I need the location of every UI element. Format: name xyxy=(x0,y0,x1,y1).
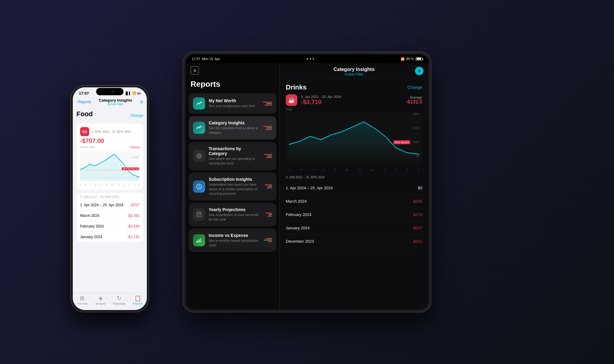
y-label-0: $0 xyxy=(416,155,419,158)
x-label-8: 8 xyxy=(323,169,324,171)
iphone-section-title: Food xyxy=(76,110,93,118)
sidebar-item-category-insights[interactable]: Category Insights See the complete histo… xyxy=(189,116,276,140)
sidebar-item-yearly-projections[interactable]: Yearly Projections See a prediction of y… xyxy=(189,203,276,226)
iphone-x-6: 6 xyxy=(85,184,86,186)
iphone-avg-tag: AVG: $1,251.29 xyxy=(122,167,139,170)
status-dot-1 xyxy=(307,58,308,59)
iphone-tab-reports[interactable]: 📋 Reports xyxy=(128,295,147,305)
x-label-1: 1 xyxy=(384,169,385,171)
battery-percent: 89 % xyxy=(406,57,414,61)
average-value: -$132.5 xyxy=(406,99,422,105)
iphone-back-button[interactable]: ‹ Reports xyxy=(76,100,91,104)
back-label: Reports xyxy=(78,100,91,104)
ipad-time: 17:07 Mon 15. Apr xyxy=(192,57,220,61)
history-item-4: January 2024 -$227 xyxy=(286,221,422,235)
category-insights-icon xyxy=(193,122,205,134)
iphone-history-item-4: January 2024 -$1,141 xyxy=(76,232,143,242)
back-chevron-icon: ‹ xyxy=(76,100,78,104)
iphone-hist-label-1: 1. Apr 2024 – 25. Apr 2024 xyxy=(80,203,123,207)
iphone-tab-overview[interactable]: ⊞ Overview xyxy=(73,295,91,305)
bar-red-4 xyxy=(265,129,272,130)
y-label-300: $300 xyxy=(413,112,419,115)
scene: 17:07 Mon 15. Apr 📶 89 % xyxy=(95,46,519,318)
avg-line-label: AVG: $132.5 xyxy=(393,140,410,144)
history-item-1: 1. Apr 2024 – 25. Apr 2024 $0 xyxy=(286,181,422,195)
sidebar-item-income-vs-expense[interactable]: Income vs Expense See a monthly based co… xyxy=(189,229,276,252)
iphone-tab-repeating[interactable]: ↻ Repeating xyxy=(110,295,128,305)
iphone-food-card: 🍽 1. APR 2024 – 25. APR 2024 -$707.00 Pe… xyxy=(76,123,143,190)
bar-red-10 xyxy=(267,216,272,217)
y-label-200: $200 xyxy=(413,126,419,130)
iphone-card-date-wrap: 1. APR 2024 – 25. APR 2024 xyxy=(92,130,131,133)
chart-y-labels: $300 $200 $100 $0 xyxy=(413,112,419,158)
svg-rect-13 xyxy=(198,239,200,243)
iphone-tab-budgets[interactable]: ◈ Budgets xyxy=(91,295,110,305)
iphone-card-amount: -$707.00 xyxy=(80,137,140,144)
sidebar-item-subscription-insights[interactable]: i Subscription Insights Understand how m… xyxy=(189,173,276,201)
yearly-projections-title: Yearly Projections xyxy=(209,207,262,212)
svg-text:$2,000: $2,000 xyxy=(133,156,138,159)
iphone-hist-label-4: January 2024 xyxy=(80,235,102,239)
transactions-desc: See where are you spending or earning th… xyxy=(209,157,261,166)
iphone-change-button[interactable]: Change xyxy=(130,113,143,118)
history-period-4: January 2024 xyxy=(286,226,310,230)
iphone-hist-val-3: -$2,540 xyxy=(127,224,140,228)
drinks-summary: ☕ 3. Jan 2022 – 25. Apr 2024 -$3,710 Ave… xyxy=(286,94,422,106)
overview-tab-icon: ⊞ xyxy=(80,295,84,302)
iphone-hist-val-1: -$707 xyxy=(130,203,140,207)
sidebar-item-transactions-by-category[interactable]: Transactions by Category See where are y… xyxy=(189,142,276,170)
bar-green-2 xyxy=(267,127,272,128)
transactions-icon xyxy=(193,150,205,162)
income-vs-expense-desc: See a monthly based comparison chart xyxy=(209,238,260,248)
iphone-history-item-1: 1. Apr 2024 – 25. Apr 2024 -$707 xyxy=(76,200,143,211)
x-label-10: 10 xyxy=(346,169,348,171)
bar-red-3 xyxy=(264,126,272,127)
panel-toggle-icon[interactable]: ⊞ xyxy=(191,66,199,75)
transactions-bars xyxy=(264,154,272,158)
main-body: Drinks Change ☕ 3. Jan 2022 – 25. Apr 20… xyxy=(280,79,428,309)
history-period-2: March 2024 xyxy=(286,199,307,204)
iphone-hist-label-3: February 2024 xyxy=(80,224,104,228)
history-amount-4: -$227 xyxy=(412,226,422,230)
ipad-content: ⊞ Reports My Net Worth See your progress… xyxy=(186,63,428,309)
iphone-nav-filter-button[interactable]: ≡ xyxy=(140,99,143,105)
average-label: Average xyxy=(406,96,422,99)
income-vs-expense-text: Income vs Expense See a monthly based co… xyxy=(209,233,260,248)
my-net-worth-text: My Net Worth See your progression over t… xyxy=(209,98,259,108)
ipad-status-center xyxy=(307,58,314,59)
iphone-x-3: 3 xyxy=(133,184,135,186)
iphone-cancel-button[interactable]: Cancel xyxy=(130,146,140,149)
sidebar-item-my-net-worth[interactable]: My Net Worth See your progression over t… xyxy=(189,93,276,114)
main-chart-area: $300 $200 $100 $0 AVG: $132.5 xyxy=(286,112,422,164)
iphone-history-period: 3. JAN 2022 – 25. APR 2024 xyxy=(76,193,143,200)
iphone-body: Food Change 🍽 1. APR 2024 – 25. APR 2024… xyxy=(73,108,147,293)
svg-rect-6 xyxy=(197,212,201,217)
yearly-projections-text: Yearly Projections See a prediction of y… xyxy=(209,207,262,222)
overview-tab-label: Overview xyxy=(76,302,88,305)
history-period-1: 1. Apr 2024 – 25. Apr 2024 xyxy=(286,186,333,190)
sidebar-toolbar: ⊞ xyxy=(186,63,279,78)
svg-rect-8 xyxy=(198,213,198,214)
x-label-3: 3 xyxy=(407,169,408,171)
change-button[interactable]: Change xyxy=(407,85,422,90)
filter-icon-button[interactable]: ≡ xyxy=(415,67,423,75)
iphone-nav-bar: ‹ Reports Category Insights Active Filte… xyxy=(73,97,147,108)
battery-icon xyxy=(416,57,422,61)
main-panel-header: Category Insights Active Filter ≡ xyxy=(280,63,428,79)
iphone-camera xyxy=(111,90,114,93)
reports-tab-icon: 📋 xyxy=(134,295,141,302)
iphone-notch xyxy=(96,88,123,95)
iphone-x-2: 2 xyxy=(128,184,130,186)
bar-red-7 xyxy=(265,184,272,185)
signal-icon: ▐▌▌ xyxy=(125,92,131,95)
main-panel-title: Category Insights xyxy=(333,67,374,72)
yearly-projections-bars xyxy=(265,213,272,217)
bar-red-2 xyxy=(265,105,272,106)
svg-rect-12 xyxy=(197,241,198,243)
main-panel-subtitle: Active Filter xyxy=(345,72,364,76)
subscription-text: Subscription Insights Understand how muc… xyxy=(209,177,261,196)
svg-text:$0: $0 xyxy=(136,176,138,179)
history-item-3: February 2024 -$174 xyxy=(286,208,422,221)
income-vs-expense-title: Income vs Expense xyxy=(209,233,260,238)
iphone-hist-label-2: March 2024 xyxy=(80,214,99,218)
